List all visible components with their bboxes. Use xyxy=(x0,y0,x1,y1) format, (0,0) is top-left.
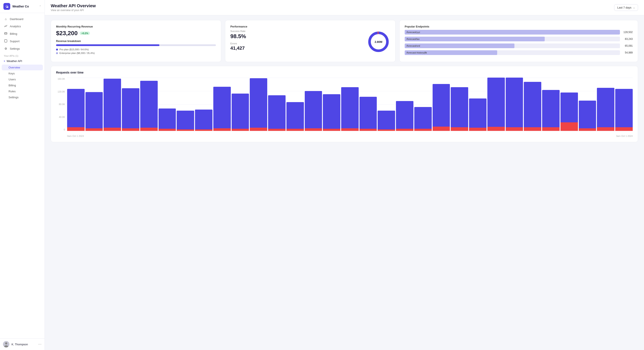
chart-bars xyxy=(67,78,633,131)
bar-blue xyxy=(67,89,84,127)
bar-red xyxy=(86,128,103,131)
bar-blue xyxy=(360,97,377,129)
billing-icon xyxy=(4,32,8,36)
bar-red xyxy=(597,127,614,131)
svg-rect-0 xyxy=(4,32,7,34)
dashboard-content: Monthly Recurring Revenue $23,200 +5.2% … xyxy=(45,15,644,350)
bar-blue xyxy=(378,111,395,130)
bar-red xyxy=(140,128,158,131)
endpoints-card: Popular Endpoints /forecast/yyz 128,502 … xyxy=(399,20,638,62)
bar-red xyxy=(177,130,194,131)
support-icon xyxy=(4,40,8,43)
endpoint-row: /forecast/ord 65,091 xyxy=(405,44,633,48)
chart-card: Requests over time 160.0K 120.0K 80.0K 4… xyxy=(51,66,638,142)
bar-blue xyxy=(579,100,596,128)
bar-group xyxy=(232,78,249,131)
bar-stack xyxy=(305,91,322,131)
sub-item-settings[interactable]: Settings xyxy=(2,94,43,100)
errors-label: Errors xyxy=(230,42,362,45)
bar-group xyxy=(177,78,194,131)
sidebar-item-dashboard[interactable]: ⌂ Dashboard xyxy=(2,16,43,22)
sub-item-keys[interactable]: Keys xyxy=(2,70,43,76)
bar-blue xyxy=(432,84,450,126)
api-chevron-icon: ▾ xyxy=(4,60,5,62)
bar-blue xyxy=(506,78,523,127)
bar-blue xyxy=(140,81,158,128)
sub-item-rules[interactable]: Rules xyxy=(2,88,43,94)
bar-group xyxy=(122,78,139,131)
revenue-progress-bar xyxy=(56,44,216,46)
company-chevron-icon[interactable]: ⌃ xyxy=(39,5,41,8)
bar-stack xyxy=(360,97,377,131)
bar-stack xyxy=(506,78,523,131)
bar-blue xyxy=(268,95,286,129)
mrr-badge: +5.2% xyxy=(80,32,90,35)
bar-red xyxy=(378,130,395,131)
user-name: K. Thompson xyxy=(12,343,28,346)
y-label-80k: 80.0K xyxy=(59,103,65,106)
bar-stack xyxy=(378,111,395,131)
x-label-0am: 0am Oct 1 2024 xyxy=(67,135,84,137)
performance-card-label: Performance xyxy=(230,25,390,28)
bar-group xyxy=(579,78,596,131)
endpoint-bar-wrap: /forecast/yyz xyxy=(405,30,620,34)
bar-blue xyxy=(451,87,468,127)
sidebar-item-analytics[interactable]: Analytics xyxy=(2,23,43,30)
bar-group xyxy=(414,78,432,131)
sidebar-item-settings[interactable]: ⚙ Settings xyxy=(2,45,43,52)
bar-red xyxy=(542,127,560,131)
bar-group xyxy=(286,78,304,131)
legend-enterprise-plan: Enterprise plan ($8,300 / 35.4%) xyxy=(56,52,216,54)
endpoint-bar: /forecast/lax xyxy=(405,37,545,41)
bar-red xyxy=(213,128,231,131)
sidebar-item-billing[interactable]: Billing xyxy=(2,30,43,37)
bar-red xyxy=(360,129,377,131)
bar-group xyxy=(506,78,523,131)
bar-stack xyxy=(469,98,486,131)
weather-api-item[interactable]: ▾ Weather API xyxy=(2,58,43,64)
bar-blue xyxy=(414,107,432,129)
bar-blue xyxy=(396,101,414,129)
bar-group xyxy=(524,78,541,131)
bar-red xyxy=(232,129,249,131)
date-filter-label: Last 7 days xyxy=(617,6,632,9)
bar-red xyxy=(469,128,486,131)
bar-red xyxy=(158,129,176,131)
sub-item-users[interactable]: Users xyxy=(2,76,43,82)
bar-group xyxy=(323,78,340,131)
bar-stack xyxy=(542,90,560,131)
date-filter-button[interactable]: Last 7 days ⌄ xyxy=(614,4,638,11)
y-label-40k: 40.0K xyxy=(59,116,65,118)
legend-enterprise-dot xyxy=(56,52,58,54)
sidebar-item-settings-label: Settings xyxy=(10,47,20,50)
settings-icon: ⚙ xyxy=(4,47,8,50)
bar-stack xyxy=(524,82,541,131)
mrr-value: $23,200 xyxy=(56,30,78,37)
bar-stack xyxy=(104,79,121,131)
date-filter-chevron-icon: ⌄ xyxy=(633,6,635,9)
endpoint-count: 83,243 xyxy=(622,38,633,40)
bar-blue xyxy=(615,89,633,127)
bar-stack xyxy=(268,95,286,131)
bar-stack xyxy=(432,84,450,131)
bar-stack xyxy=(213,87,231,131)
sub-item-overview[interactable]: Overview xyxy=(2,64,43,70)
bar-stack xyxy=(396,101,414,131)
bar-group xyxy=(487,78,505,131)
sidebar-logo: 🌤 xyxy=(4,3,10,10)
bar-group xyxy=(104,78,121,131)
user-more-button[interactable]: ⋯ xyxy=(38,342,42,346)
bar-group xyxy=(140,78,158,131)
chart-x-labels: 0am Oct 1 2024 3am Oct 1 2024 xyxy=(67,135,633,137)
bar-group xyxy=(86,78,103,131)
bar-blue xyxy=(524,82,541,127)
bar-blue xyxy=(122,88,139,128)
legend-pro-label: Pro plan ($15,000 / 64.6%) xyxy=(60,48,89,51)
sidebar-item-support[interactable]: Support xyxy=(2,38,43,45)
sub-item-billing[interactable]: Billing xyxy=(2,82,43,88)
bar-group xyxy=(615,78,633,131)
sidebar-item-analytics-label: Analytics xyxy=(10,25,21,28)
endpoint-count: 54,989 xyxy=(622,51,633,54)
bar-group xyxy=(597,78,614,131)
bar-group xyxy=(158,78,176,131)
